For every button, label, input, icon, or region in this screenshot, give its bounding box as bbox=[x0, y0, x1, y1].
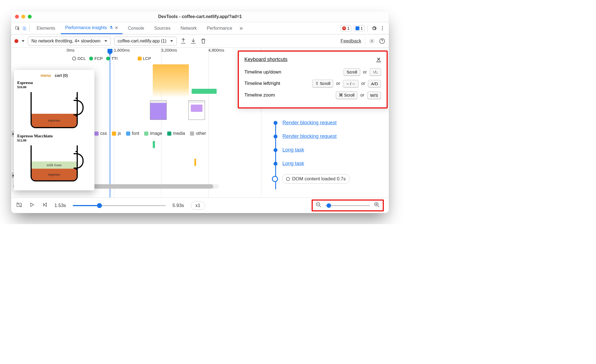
svg-rect-2 bbox=[24, 27, 26, 30]
time-slider[interactable] bbox=[73, 205, 166, 206]
help-icon[interactable] bbox=[379, 38, 385, 44]
marker-lcp: LCP bbox=[138, 56, 151, 61]
throttle-dropdown[interactable]: No network throttling, 4× slowdown bbox=[28, 37, 111, 46]
dcl-pill[interactable]: DOM content loaded 0.7s bbox=[282, 174, 350, 184]
window-title: DevTools - coffee-cart.netlify.app/?ad=1 bbox=[32, 14, 368, 19]
zoom-in-icon[interactable] bbox=[374, 202, 380, 209]
time-ruler: 0ms 1,600ms 3,200ms 4,800ms bbox=[11, 48, 261, 56]
zoom-window[interactable] bbox=[28, 15, 32, 19]
zoom-slider[interactable] bbox=[325, 205, 370, 206]
zoom-out-icon[interactable] bbox=[315, 202, 322, 209]
speed-selector[interactable]: x1 bbox=[191, 201, 205, 210]
frame-bar bbox=[192, 89, 217, 94]
key: Scroll bbox=[344, 68, 360, 76]
export-icon[interactable] bbox=[180, 38, 187, 44]
minimize-window[interactable] bbox=[21, 15, 25, 19]
experiment-icon: ⚗ bbox=[109, 25, 113, 30]
record-menu-caret[interactable] bbox=[22, 40, 24, 42]
svg-point-5 bbox=[382, 29, 383, 30]
marker-dcl: DCL bbox=[72, 56, 86, 61]
svg-point-6 bbox=[371, 40, 373, 42]
timeline[interactable]: 0ms 1,600ms 3,200ms 4,800ms DCL FCP TTI … bbox=[11, 48, 261, 198]
tab-console[interactable]: Console bbox=[124, 22, 149, 34]
panel-tabs: Elements Performance insights ⚗ × Consol… bbox=[11, 22, 389, 34]
insight-link[interactable]: Render blocking request bbox=[282, 120, 337, 126]
request-bar bbox=[153, 141, 155, 148]
main-area: 0ms 1,600ms 3,200ms 4,800ms DCL FCP TTI … bbox=[11, 48, 389, 198]
key: ←/→ bbox=[343, 80, 359, 87]
tab-performance[interactable]: Performance bbox=[202, 22, 237, 34]
svg-point-3 bbox=[382, 26, 383, 27]
inspect-icon[interactable] bbox=[14, 25, 21, 32]
cup-illustration: espresso milk foam bbox=[31, 145, 78, 181]
current-time: 1.53s bbox=[54, 203, 66, 208]
delete-icon[interactable] bbox=[200, 38, 207, 44]
preview-menu-link: menu bbox=[41, 73, 51, 78]
close-icon[interactable]: ✕ bbox=[376, 56, 381, 63]
close-window[interactable] bbox=[15, 15, 19, 19]
key: ⇧ Scroll bbox=[312, 80, 334, 87]
screenshot-thumb[interactable] bbox=[188, 100, 205, 120]
recording-dropdown[interactable]: coffee-cart.netlify.app (1) bbox=[114, 37, 177, 46]
tab-performance-insights[interactable]: Performance insights ⚗ × bbox=[61, 22, 122, 34]
total-time: 5.93s bbox=[172, 203, 184, 208]
kebab-menu-icon[interactable] bbox=[379, 25, 386, 32]
request-bar bbox=[194, 159, 196, 166]
marker-fcp: FCP bbox=[89, 56, 103, 61]
insights-toolbar: No network throttling, 4× slowdown coffe… bbox=[11, 34, 389, 48]
zoom-controls bbox=[312, 199, 384, 211]
shortcuts-title: Keyboard shortcuts bbox=[244, 57, 287, 62]
key: W/S bbox=[367, 92, 381, 99]
more-tabs[interactable]: » bbox=[238, 25, 244, 32]
devtools-window: DevTools - coffee-cart.netlify.app/?ad=1… bbox=[11, 11, 389, 213]
keyboard-shortcuts-panel: Keyboard shortcuts ✕ Timeline up/down Sc… bbox=[238, 50, 388, 108]
dcl-ring-icon bbox=[272, 176, 278, 182]
playhead[interactable] bbox=[110, 49, 110, 198]
task-block bbox=[153, 64, 189, 98]
insight-link[interactable]: Long task bbox=[282, 147, 304, 153]
errors-badge[interactable]: ✕ 1 bbox=[340, 25, 351, 31]
feedback-link[interactable]: Feedback bbox=[340, 38, 361, 44]
insight-link[interactable]: Long task bbox=[282, 161, 304, 166]
import-icon[interactable] bbox=[190, 38, 197, 44]
svg-point-4 bbox=[382, 28, 383, 29]
message-icon bbox=[355, 26, 359, 30]
playback-footer: 1.53s 5.93s x1 bbox=[11, 198, 389, 213]
key: ↑/↓ bbox=[370, 68, 381, 76]
messages-badge[interactable]: 1 bbox=[354, 25, 365, 31]
insight-link[interactable]: Render blocking request bbox=[282, 133, 337, 139]
close-tab-icon[interactable]: × bbox=[115, 25, 118, 31]
device-toggle-icon[interactable] bbox=[22, 25, 29, 32]
tab-elements[interactable]: Elements bbox=[32, 22, 60, 34]
screenshot-preview: menu cart (0) Espresso $10.00 espresso E… bbox=[14, 70, 94, 190]
key: A/D bbox=[368, 80, 381, 87]
settings-icon[interactable] bbox=[370, 25, 378, 32]
error-icon: ✕ bbox=[342, 26, 346, 30]
rewind-icon[interactable] bbox=[42, 202, 48, 209]
record-button[interactable] bbox=[14, 39, 18, 43]
key: ⌘ Scroll bbox=[336, 91, 358, 99]
screenshot-thumb[interactable] bbox=[150, 100, 167, 120]
panel-settings-icon[interactable] bbox=[368, 37, 375, 45]
cup-illustration: espresso bbox=[31, 92, 78, 128]
play-icon[interactable] bbox=[29, 202, 35, 209]
preview-cart-link: cart (0) bbox=[55, 73, 68, 78]
traffic-lights bbox=[15, 15, 32, 19]
no-screenshot-icon[interactable] bbox=[16, 202, 22, 209]
titlebar: DevTools - coffee-cart.netlify.app/?ad=1 bbox=[11, 11, 389, 22]
resource-legend: css js font image media other bbox=[94, 131, 206, 136]
tab-network[interactable]: Network bbox=[176, 22, 201, 34]
tab-sources[interactable]: Sources bbox=[150, 22, 175, 34]
